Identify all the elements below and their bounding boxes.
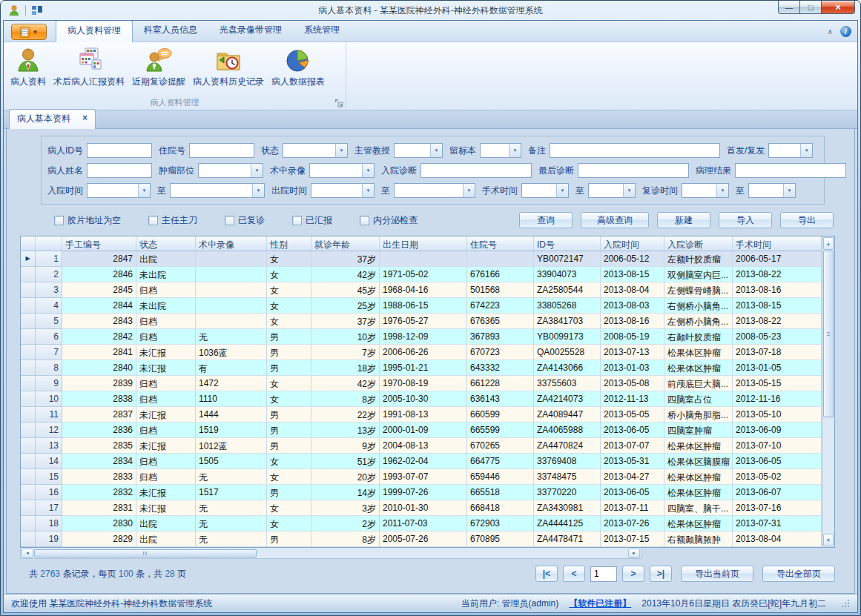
table-row[interactable]: 42844未出院女25岁1988-06-15674223338052682013… [21,298,822,314]
discharge-time-from-select[interactable]: ▼ [311,183,375,198]
page-number-input[interactable] [590,566,617,582]
patient-id-field[interactable] [87,143,152,158]
table-row[interactable]: 142834归档1505女51岁1962-02-0466477533769408… [21,454,822,469]
admission-diagnosis-field[interactable] [420,163,532,178]
table-row[interactable]: 192829出院无男8岁2005-07-26670895ZA4478471201… [21,531,822,547]
ribbon-tab-system-management[interactable]: 系统管理 [293,20,351,42]
checkbox-reported[interactable]: 已汇报 [292,214,332,227]
horizontal-scrollbar[interactable]: ◄ ► [20,548,641,559]
chevron-down-icon[interactable]: ▼ [716,184,728,197]
header-col-intraop-video[interactable]: 术中录像 [196,236,267,251]
table-row[interactable]: 132835未汇报1012蓝男9岁2004-08-13670265ZA44708… [21,438,822,454]
new-button[interactable]: 新建 [657,212,710,228]
surgery-time-to-select[interactable]: ▼ [588,183,636,198]
table-row[interactable]: 112837未汇报1444男22岁1991-08-13660599ZA40894… [21,407,822,423]
chevron-down-icon[interactable]: ▼ [430,144,442,157]
checkbox-film-address-empty[interactable]: 胶片地址为空 [54,214,121,227]
scroll-right-icon[interactable]: ► [628,549,640,558]
first-recurrence-select[interactable]: ▼ [768,143,813,158]
ribbon-tab-department-staff-info[interactable]: 科室人员信息 [133,20,208,42]
table-row[interactable]: 32845归档女45岁1968-04-16501568ZA25805442013… [21,282,822,298]
minimize-button[interactable]: — [778,1,800,14]
checkbox-endocrine-exam[interactable]: 内分泌检查 [360,214,418,227]
final-diagnosis-field[interactable] [578,163,689,178]
patient-name-field[interactable] [87,163,152,178]
remarks-field[interactable] [550,143,720,158]
chevron-down-icon[interactable]: ▼ [556,184,568,197]
hospital-no-field[interactable] [189,143,254,158]
chevron-down-icon[interactable]: ▼ [362,164,374,177]
collapse-ribbon-icon[interactable]: ∧ [828,27,833,36]
discharge-time-to-select[interactable]: ▼ [394,183,475,198]
chevron-down-icon[interactable]: ▼ [463,184,475,197]
tumor-site-select[interactable]: ▼ [198,163,263,178]
intraop-video-select[interactable]: ▼ [309,163,375,178]
table-row[interactable]: ▶12847出院女37岁YB00721472006-05-12左额叶胶质瘤200… [21,251,822,267]
checkbox-revisited[interactable]: 已复诊 [225,214,265,227]
vertical-scrollbar[interactable]: ▲ ▼ [822,236,834,547]
pathology-result-field[interactable] [735,163,846,178]
admit-time-from-select[interactable]: ▼ [87,183,151,198]
checkbox-director-surgeon[interactable]: 主任主刀 [148,214,197,227]
ribbon-button-postop-report[interactable]: 术后病人汇报资料 [50,44,128,90]
chevron-down-icon[interactable]: ▼ [623,184,635,197]
chevron-down-icon[interactable]: ▼ [509,144,521,157]
export-all-pages-button[interactable]: 导出全部页 [762,566,835,582]
table-row[interactable]: 102838归档1110女8岁2005-10-30636143ZA4214073… [21,391,822,407]
header-col-admit-date[interactable]: 入院时间 [601,236,664,251]
info-icon[interactable]: i [840,26,851,37]
header-col-indicator[interactable] [21,236,36,251]
table-row[interactable]: 82840未汇报有男18岁1995-01-21643332ZA414306620… [21,360,822,376]
query-button[interactable]: 查询 [519,212,573,228]
table-row[interactable]: 62842归档无男10岁1998-12-09367893YB0099173200… [21,329,822,345]
ribbon-button-data-reports[interactable]: 病人数据报表 [268,44,329,90]
export-current-page-button[interactable]: 导出当前页 [681,566,753,582]
header-col-hospital-no[interactable]: 住院号 [467,236,534,251]
vscroll-thumb[interactable] [823,251,834,417]
header-col-admit-diagnosis[interactable]: 入院诊断 [664,236,733,251]
header-col-manual-no[interactable]: 手工编号 [62,236,136,251]
header-col-status[interactable]: 状态 [136,236,196,251]
table-row[interactable]: 22846未出院女42岁1971-05-02676166339040732013… [21,267,822,282]
header-col-id-no[interactable]: ID号 [534,236,601,251]
chevron-down-icon[interactable]: ▼ [783,184,795,197]
pager-last-button[interactable]: >| [650,566,672,582]
professor-select[interactable]: ▼ [394,143,443,158]
chevron-down-icon[interactable]: ▼ [252,184,264,197]
table-row[interactable]: 182830出院无女2岁2011-07-03672903ZA4444125201… [21,516,822,531]
table-row[interactable]: 52843归档女37岁1976-05-27676365ZA38417032013… [21,314,822,329]
import-button[interactable]: 导入 [719,212,772,228]
pager-first-button[interactable]: |< [535,566,558,582]
scroll-up-icon[interactable]: ▲ [823,237,834,250]
revisit-time-from-select[interactable]: ▼ [682,183,729,198]
maximize-button[interactable]: □ [800,1,821,14]
table-row[interactable]: 92839归档1472女42岁1970-08-19661228337556032… [21,376,822,391]
header-col-surgery-date[interactable]: 手术时间 [733,236,822,251]
admit-time-to-select[interactable]: ▼ [170,183,265,198]
chevron-down-icon[interactable]: ▼ [251,164,263,177]
scroll-left-icon[interactable]: ◄ [22,549,33,558]
status-select[interactable]: ▼ [283,143,348,158]
header-col-visit-age[interactable]: 就诊年龄 [311,236,380,251]
table-row[interactable]: 72841未汇报1036蓝男7岁2006-06-26670723QA002552… [21,345,822,360]
advanced-query-button[interactable]: 高级查询 [581,212,649,228]
close-button[interactable]: × [821,1,855,14]
specimen-select[interactable]: ▼ [480,143,521,158]
app-menu-button[interactable]: ▼ [11,24,47,40]
tab-patient-basic-info[interactable]: 病人基本资料 × [9,109,96,129]
header-col-gender[interactable]: 性别 [267,236,311,251]
table-row[interactable]: 162832未汇报1517男14岁1999-07-266655183377022… [21,485,822,500]
chevron-down-icon[interactable]: ▼ [800,144,812,157]
ribbon-button-revisit-reminder[interactable]: 近期复诊提醒 [128,44,189,90]
dialog-launcher-icon[interactable] [334,99,343,107]
ribbon-button-patient-info[interactable]: 病人资料 [7,44,50,90]
chevron-down-icon[interactable]: ▼ [362,184,374,197]
scroll-down-icon[interactable]: ▼ [823,534,834,546]
registered-link[interactable]: 【软件已注册】 [569,597,631,610]
hscroll-thumb[interactable] [34,549,257,557]
table-row[interactable]: 172831未汇报无女3岁2010-01-30668418ZA343098120… [21,500,822,516]
table-row[interactable]: 152833归档无女20岁1993-07-0765944633748475201… [21,469,822,485]
layout-icon[interactable] [31,4,43,16]
export-button[interactable]: 导出 [780,212,834,228]
table-row[interactable]: 122836归档1519男13岁2000-01-09665599ZA406598… [21,423,822,438]
